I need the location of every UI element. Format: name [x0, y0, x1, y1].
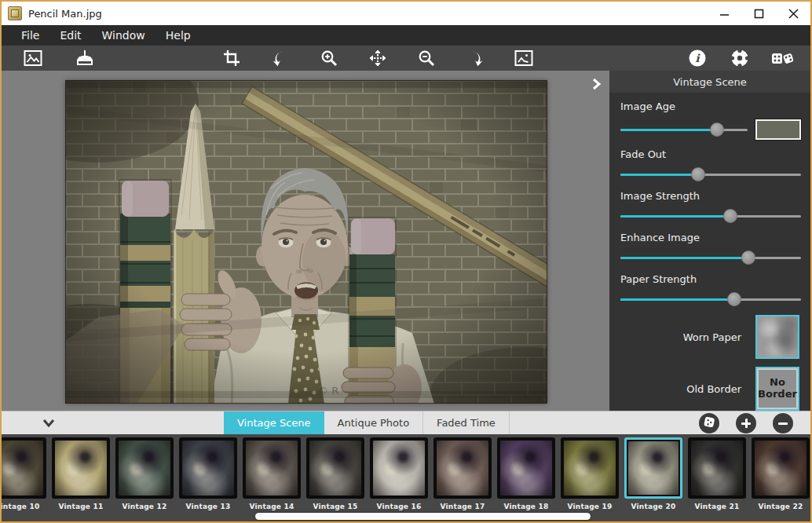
crop-icon[interactable] [219, 46, 244, 71]
filmstrip-scrollbar[interactable] [255, 513, 591, 520]
grapes-still-life-preview [2, 441, 43, 496]
app-picture-frame-icon [8, 6, 22, 20]
grapes-still-life-preview [564, 441, 616, 496]
style-thumb-label: Vintage 17 [433, 503, 492, 510]
worn-paper-thumbnail[interactable] [755, 315, 799, 359]
menu-item-help[interactable]: Help [155, 25, 201, 46]
remove-style-icon[interactable] [773, 413, 793, 433]
settings-gear-icon[interactable] [727, 46, 752, 71]
random-style-dice-icon[interactable] [699, 413, 719, 433]
grapes-still-life-preview [373, 441, 425, 496]
menu-item-edit[interactable]: Edit [49, 25, 91, 46]
close-button[interactable] [776, 2, 810, 25]
old-border-label: Old Border [686, 383, 741, 395]
style-thumb-label: Vintage 13 [179, 503, 237, 510]
rotate-right-icon[interactable] [463, 46, 488, 71]
photo-watermark: © R [318, 385, 338, 397]
style-thumb-label: Vintage 10 [2, 503, 46, 510]
grapes-still-life-preview [246, 441, 298, 496]
grapes-still-life-preview [628, 441, 678, 495]
old-border-thumbnail[interactable]: No Border [755, 367, 799, 411]
grapes-still-life-preview [119, 441, 170, 496]
slider-fade-out[interactable] [620, 167, 801, 181]
open-image-icon[interactable] [20, 46, 46, 71]
maximize-button[interactable] [741, 2, 776, 25]
style-thumb-vintage-10[interactable]: Vintage 10 [2, 437, 46, 510]
style-thumb-vintage-14[interactable]: Vintage 14 [243, 437, 301, 510]
slider-row-image-age: Image Age [620, 101, 801, 140]
randomize-dice-icon[interactable] [770, 46, 795, 71]
grapes-still-life-preview [182, 441, 234, 496]
style-tabs: Vintage SceneAntique PhotoFaded Time [224, 411, 510, 435]
style-thumb-vintage-13[interactable]: Vintage 13 [179, 437, 237, 510]
slider-image-strength[interactable] [620, 209, 801, 223]
style-thumb-vintage-17[interactable]: Vintage 17 [433, 437, 492, 510]
slider-enhance-image[interactable] [620, 251, 801, 265]
tab-vintage-scene[interactable]: Vintage Scene [224, 411, 324, 435]
style-thumb-vintage-18[interactable]: Vintage 18 [497, 437, 555, 510]
minimize-button[interactable] [707, 2, 741, 25]
style-thumb-label: Vintage 16 [370, 503, 428, 510]
slider-thumb[interactable] [723, 209, 737, 223]
slider-label-image-strength: Image Strength [620, 190, 801, 202]
slider-thumb[interactable] [691, 167, 705, 181]
slider-thumb[interactable] [741, 251, 755, 265]
menu-bar: FileEditWindowHelp [2, 25, 810, 46]
add-style-icon[interactable] [736, 413, 756, 433]
menu-item-file[interactable]: File [11, 25, 49, 46]
style-thumb-vintage-21[interactable]: Vintage 21 [688, 437, 746, 510]
worn-paper-label: Worn Paper [683, 331, 741, 343]
image-age-color-swatch[interactable] [755, 119, 801, 140]
style-thumb-label: Vintage 12 [115, 503, 174, 510]
app-window: Pencil Man.jpg FileEditWindowHelp [0, 0, 812, 523]
slider-label-paper-strength: Paper Strength [620, 273, 801, 285]
slider-paper-strength[interactable] [620, 292, 801, 306]
pan-move-icon[interactable] [365, 46, 390, 71]
slider-row-fade-out: Fade Out [620, 148, 801, 181]
style-thumb-vintage-15[interactable]: Vintage 15 [306, 437, 364, 510]
panel-collapse-chevron-right-icon[interactable] [587, 75, 605, 93]
grapes-still-life-preview [437, 441, 488, 496]
old-border-row: Old Border No Border [620, 367, 801, 411]
slider-label-image-age: Image Age [620, 101, 801, 112]
style-thumb-label: Vintage 18 [497, 503, 555, 510]
slider-image-age[interactable] [620, 123, 748, 137]
tab-faded-time[interactable]: Faded Time [423, 411, 510, 435]
slider-thumb[interactable] [727, 292, 741, 306]
slider-thumb[interactable] [710, 123, 724, 137]
style-thumb-label: Vintage 15 [306, 503, 364, 510]
style-thumb-vintage-16[interactable]: Vintage 16 [370, 437, 428, 510]
slider-label-enhance-image: Enhance Image [620, 232, 801, 243]
grapes-still-life-preview [55, 441, 107, 496]
style-thumb-vintage-12[interactable]: Vintage 12 [115, 437, 174, 510]
style-thumb-vintage-20[interactable]: Vintage 20 [624, 437, 682, 510]
original-image-icon[interactable] [511, 46, 536, 71]
grapes-still-life-preview [500, 441, 552, 496]
tab-antique-photo[interactable]: Antique Photo [324, 411, 424, 435]
style-thumb-label: Vintage 11 [52, 503, 110, 510]
main-photo[interactable]: © R [65, 80, 547, 404]
style-thumb-label: Vintage 21 [688, 503, 746, 510]
slider-row-image-strength: Image Strength [620, 190, 801, 223]
grapes-still-life-preview [755, 441, 807, 496]
grapes-still-life-preview [309, 441, 361, 496]
info-icon[interactable]: i [685, 46, 710, 71]
style-thumb-label: Vintage 19 [561, 503, 619, 510]
style-thumb-vintage-11[interactable]: Vintage 11 [52, 437, 110, 510]
slider-row-paper-strength: Paper Strength [620, 273, 801, 306]
grapes-still-life-preview [691, 441, 743, 496]
style-thumb-vintage-19[interactable]: Vintage 19 [561, 437, 619, 510]
style-thumb-vintage-22[interactable]: Vintage 22 [752, 437, 810, 510]
panel-title: Vintage Scene [609, 71, 810, 93]
style-thumb-label: Vintage 14 [243, 503, 301, 510]
filmstrip-collapse-chevron-down-icon[interactable] [38, 414, 60, 433]
toolbar: i [2, 46, 810, 71]
settings-panel: Vintage Scene Image AgeFade OutImage Str… [609, 71, 810, 411]
export-save-icon[interactable] [72, 46, 97, 71]
style-thumb-label: Vintage 22 [752, 503, 810, 510]
filmstrip-track: Vintage 10Vintage 11Vintage 12Vintage 13… [2, 437, 810, 510]
menu-item-window[interactable]: Window [92, 25, 155, 46]
zoom-out-icon[interactable] [414, 46, 439, 71]
rotate-left-icon[interactable] [268, 46, 293, 71]
zoom-in-icon[interactable] [316, 46, 342, 71]
